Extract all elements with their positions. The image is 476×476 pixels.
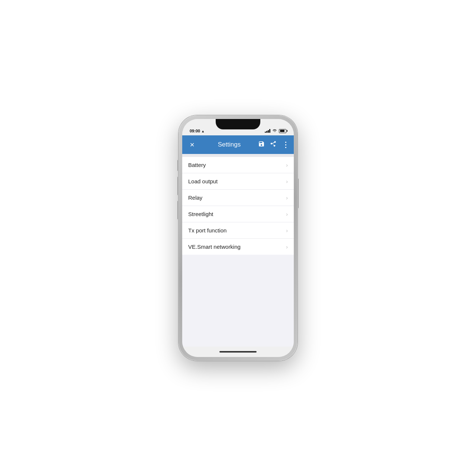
chevron-icon: › (286, 244, 288, 250)
close-button[interactable]: ✕ (187, 140, 197, 150)
menu-item-relay[interactable]: Relay › (182, 190, 294, 206)
power-button (298, 178, 299, 208)
menu-item-ve-smart[interactable]: VE.Smart networking › (182, 239, 294, 255)
chevron-icon: › (286, 211, 288, 217)
menu-item-load-output[interactable]: Load output › (182, 173, 294, 190)
home-indicator (182, 347, 294, 357)
app-bar-title: Settings (197, 141, 261, 148)
menu-item-battery-label: Battery (188, 162, 286, 168)
menu-item-streetlight[interactable]: Streetlight › (182, 206, 294, 222)
time-display: 09:00 ▲ (190, 129, 205, 133)
volume-up-button (177, 177, 178, 195)
volume-down-button (177, 201, 178, 219)
location-icon: ▲ (201, 129, 205, 133)
status-bar: 09:00 ▲ (182, 119, 294, 135)
chevron-icon: › (286, 195, 288, 201)
menu-item-tx-port[interactable]: Tx port function › (182, 222, 294, 239)
app-bar-actions: ⋮ (258, 140, 289, 149)
top-gap (182, 154, 294, 157)
menu-item-relay-label: Relay (188, 194, 286, 201)
menu-item-streetlight-label: Streetlight (188, 211, 286, 217)
menu-item-load-output-label: Load output (188, 178, 286, 184)
notch (216, 119, 260, 129)
volume-silent-button (177, 160, 178, 171)
status-icons (265, 129, 286, 133)
settings-content: Battery › Load output › Relay › Streetli… (182, 154, 294, 347)
menu-item-ve-smart-label: VE.Smart networking (188, 244, 286, 250)
menu-item-tx-port-label: Tx port function (188, 227, 286, 234)
battery-status-icon (279, 129, 286, 133)
chevron-icon: › (286, 162, 288, 168)
chevron-icon: › (286, 228, 288, 234)
phone-screen: 09:00 ▲ (182, 119, 294, 357)
menu-item-battery[interactable]: Battery › (182, 157, 294, 173)
app-bar: ✕ Settings ⋮ (182, 135, 294, 154)
more-options-button[interactable]: ⋮ (282, 140, 289, 149)
chevron-icon: › (286, 178, 288, 184)
wifi-icon (272, 129, 277, 133)
home-bar (219, 351, 257, 353)
signal-icon (265, 129, 270, 133)
share-button[interactable] (270, 141, 277, 149)
settings-menu-list: Battery › Load output › Relay › Streetli… (182, 157, 294, 255)
phone-frame: 09:00 ▲ (178, 115, 298, 361)
save-button[interactable] (258, 141, 265, 149)
